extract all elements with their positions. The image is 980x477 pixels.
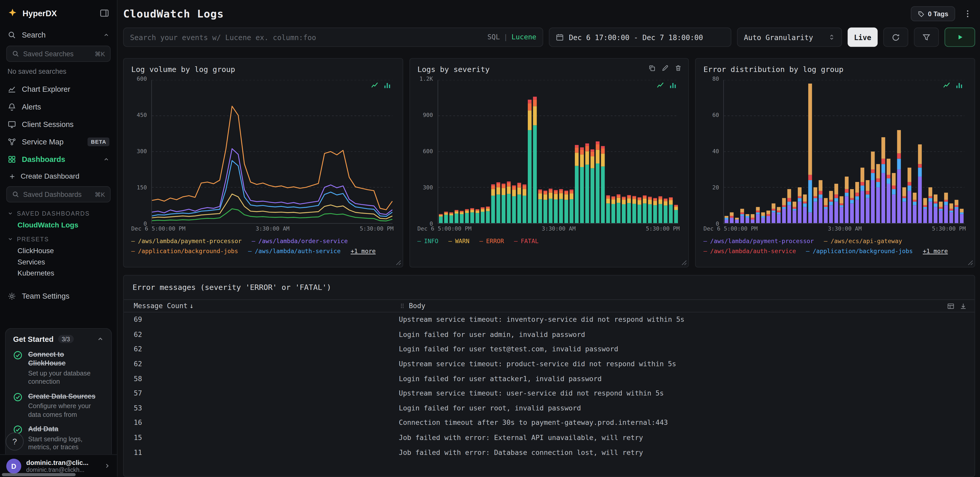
column-header-message-count[interactable]: Message Count ↓ <box>124 302 399 310</box>
table-row[interactable]: 16Connection timeout after 30s to paymen… <box>124 416 974 430</box>
cell-body: Login failed for user attacker1, invalid… <box>399 375 974 383</box>
event-search-input[interactable] <box>130 33 482 41</box>
resize-grip-icon[interactable] <box>681 260 687 266</box>
sidebar-item-kubernetes[interactable]: Kubernetes <box>0 267 117 279</box>
table-row[interactable]: 57Upstream service timeout: user-service… <box>124 386 974 401</box>
legend-item[interactable]: —/aws/lambda/payment-processor <box>131 237 242 245</box>
saved-searches-input[interactable] <box>23 50 91 57</box>
delete-trash-icon[interactable] <box>675 64 682 72</box>
get-started-step-connect[interactable]: Connect to ClickHouse Set up your databa… <box>13 350 104 386</box>
step-title: Connect to ClickHouse <box>28 350 97 368</box>
legend-item[interactable]: —INFO <box>417 237 438 245</box>
table-row[interactable]: 62Upstream service timeout: product-serv… <box>124 357 974 371</box>
chart-legend: —/aws/lambda/payment-processor—/aws/ecs/… <box>703 237 967 256</box>
table-row[interactable]: 69Upstream service timeout: inventory-se… <box>124 313 974 327</box>
legend-item[interactable]: —FATAL <box>514 237 539 245</box>
table-row[interactable]: 15Job failed with error: External API un… <box>124 431 974 445</box>
legend-swatch: — <box>449 237 452 245</box>
run-query-button[interactable] <box>945 27 975 47</box>
x-tick-label: 3:30:00 AM <box>828 226 862 232</box>
resize-grip-icon[interactable] <box>395 260 401 266</box>
legend-item[interactable]: —/application/background-jobs <box>131 247 238 255</box>
filter-button[interactable] <box>914 27 939 47</box>
select-chevrons-icon <box>828 34 835 41</box>
granularity-select[interactable]: Auto Granularity <box>737 27 842 47</box>
table-row[interactable]: 11Job failed with error: Database connec… <box>124 445 974 460</box>
saved-dashboards-input[interactable] <box>23 191 91 198</box>
bar-chart-toggle-icon[interactable] <box>383 81 391 89</box>
legend-item[interactable]: —/aws/lambda/payment-processor <box>703 237 814 245</box>
cell-message-count: 11 <box>124 448 399 457</box>
sidebar-item-services[interactable]: Services <box>0 256 117 267</box>
legend-swatch: — <box>479 237 483 245</box>
refresh-button[interactable] <box>883 27 908 47</box>
sidebar-item-label: Dashboards <box>22 155 65 164</box>
section-presets[interactable]: PRESETS <box>0 231 117 245</box>
legend-swatch: — <box>806 248 810 255</box>
stacked-bar-chart-plot[interactable] <box>724 80 964 224</box>
sidebar-item-team-settings[interactable]: Team Settings <box>0 287 117 305</box>
language-sql-toggle[interactable]: SQL <box>487 33 500 41</box>
legend-more-link[interactable]: +1 more <box>351 247 375 255</box>
line-chart-toggle-icon[interactable] <box>657 81 665 89</box>
sidebar-item-alerts[interactable]: Alerts <box>0 98 117 116</box>
saved-searches-box[interactable]: ⌘K <box>6 46 111 62</box>
get-started-step-sources[interactable]: Create Data Sources Configure where your… <box>13 392 104 419</box>
chevron-up-icon[interactable] <box>97 336 104 343</box>
sidebar-item-service-map[interactable]: Service Map BETA <box>0 133 117 151</box>
legend-item[interactable]: —WARN <box>449 237 469 245</box>
legend-more-link[interactable]: +1 more <box>923 247 948 255</box>
avatar: D <box>6 458 21 474</box>
legend-label: /aws/lambda/payment-processor <box>138 237 242 245</box>
columns-icon[interactable] <box>947 302 955 310</box>
legend-item[interactable]: —/aws/lambda/auth-service <box>248 247 340 255</box>
cell-message-count: 15 <box>124 434 399 442</box>
line-chart-toggle-icon[interactable] <box>943 81 951 89</box>
date-range-picker[interactable]: Dec 6 17:00:00 - Dec 7 18:00:00 <box>549 27 732 47</box>
create-dashboard-button[interactable]: Create Dashboard <box>0 168 117 184</box>
get-started-step-data[interactable]: Add Data Start sending logs, metrics, or… <box>13 425 104 452</box>
table-row[interactable]: 53Login failed for user root, invalid pa… <box>124 401 974 416</box>
sidebar: HyperDX Search ⌘K No saved searches <box>0 0 118 477</box>
drag-grip-icon[interactable] <box>399 302 406 309</box>
help-button[interactable]: ? <box>6 432 24 451</box>
line-chart-plot[interactable] <box>151 80 392 224</box>
legend-swatch: — <box>248 248 252 255</box>
sidebar-item-dashboards[interactable]: Dashboards <box>0 151 117 168</box>
table-row[interactable]: 62Login failed for user admin, invalid p… <box>124 327 974 342</box>
column-header-body[interactable]: Body <box>399 302 947 310</box>
legend-item[interactable]: —/aws/ecs/api-gateway <box>824 237 902 245</box>
table-row[interactable]: 62Login failed for user test@test.com, i… <box>124 342 974 356</box>
live-button[interactable]: Live <box>848 27 878 47</box>
more-options-icon[interactable] <box>960 6 975 21</box>
chevron-right-icon <box>104 462 111 469</box>
cell-message-count: 16 <box>124 419 399 427</box>
sidebar-item-search[interactable]: Search <box>0 26 117 44</box>
resize-grip-icon[interactable] <box>968 260 973 266</box>
event-search-box[interactable]: SQL | Lucene <box>123 27 543 47</box>
sidebar-item-cloudwatch-logs[interactable]: CloudWatch Logs <box>0 219 117 231</box>
language-lucene-toggle[interactable]: Lucene <box>512 33 536 41</box>
legend-item[interactable]: —ERROR <box>479 237 504 245</box>
legend-item[interactable]: —/aws/lambda/order-service <box>252 237 348 245</box>
legend-item[interactable]: —/aws/lambda/auth-service <box>703 247 796 255</box>
bar-chart-toggle-icon[interactable] <box>669 81 678 89</box>
edit-pencil-icon[interactable] <box>662 64 669 72</box>
legend-item[interactable]: —/application/background-jobs <box>806 247 913 255</box>
duplicate-icon[interactable] <box>648 64 656 72</box>
table-row[interactable]: 58Login failed for user attacker1, inval… <box>124 371 974 386</box>
download-icon[interactable] <box>959 302 967 310</box>
get-started-header[interactable]: Get Started 3/3 <box>13 335 104 343</box>
shortcut-badge: ⌘K <box>95 50 105 57</box>
saved-dashboards-box[interactable]: ⌘K <box>6 186 111 202</box>
section-saved-dashboards[interactable]: SAVED DASHBOARDS <box>0 205 117 219</box>
tags-button[interactable]: 0 Tags <box>911 6 955 21</box>
horizontal-scrollbar-thumb[interactable] <box>2 473 76 476</box>
sidebar-item-clickhouse[interactable]: ClickHouse <box>0 245 117 256</box>
collapse-sidebar-icon[interactable] <box>100 8 110 18</box>
sidebar-item-chart-explorer[interactable]: Chart Explorer <box>0 81 117 98</box>
line-chart-toggle-icon[interactable] <box>371 81 379 89</box>
sidebar-item-client-sessions[interactable]: Client Sessions <box>0 116 117 133</box>
bar-chart-toggle-icon[interactable] <box>955 81 963 89</box>
stacked-bar-chart-plot[interactable] <box>437 80 678 224</box>
